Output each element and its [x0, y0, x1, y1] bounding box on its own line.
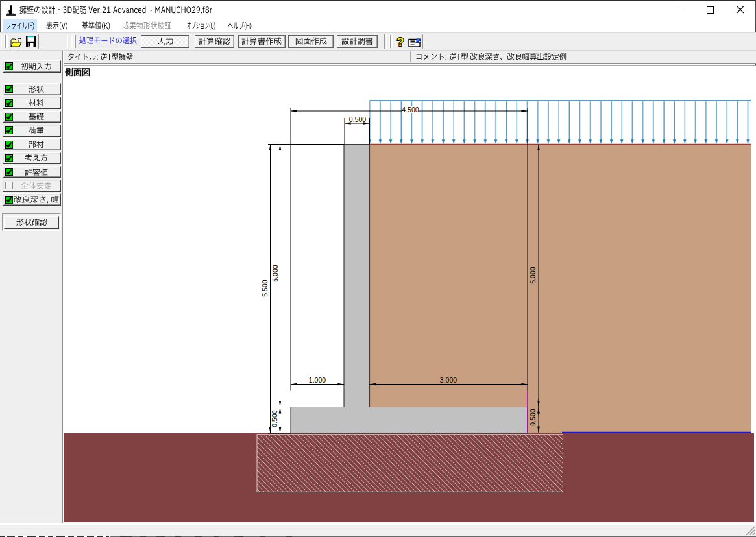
- svg-text:0.500: 0.500: [271, 410, 278, 427]
- svg-text:1.000: 1.000: [309, 376, 326, 384]
- svg-text:?: ?: [397, 36, 404, 49]
- svg-text:5.500: 5.500: [261, 280, 269, 296]
- svg-text:5.000: 5.000: [271, 265, 279, 281]
- svg-text:4.500: 4.500: [402, 106, 419, 113]
- svg-text:0.500: 0.500: [529, 409, 537, 425]
- svg-text:3.000: 3.000: [440, 376, 457, 384]
- svg-text:0.500: 0.500: [349, 115, 366, 123]
- svg-text:5.000: 5.000: [529, 267, 537, 283]
